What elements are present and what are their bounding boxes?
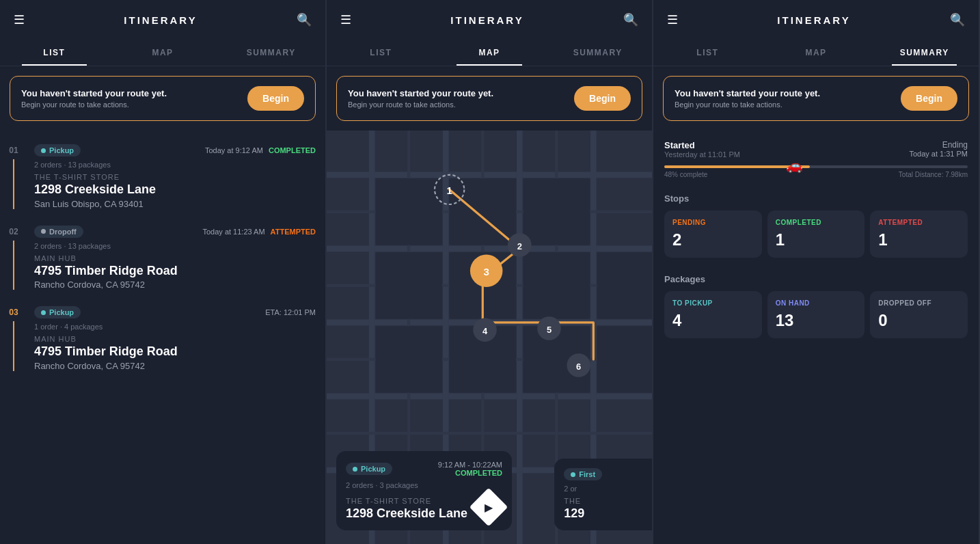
topickup-label: TO PICKUP bbox=[672, 299, 754, 307]
svg-rect-27 bbox=[597, 326, 652, 392]
stop-address: 4795 Timber Ridge Road bbox=[34, 264, 316, 279]
ending-block: Ending Today at 1:31 PM bbox=[909, 140, 968, 159]
map-card-status: COMPLETED bbox=[455, 469, 502, 477]
menu-icon[interactable]: ☰ bbox=[340, 12, 351, 27]
stat-card-pending: PENDING 2 bbox=[664, 210, 762, 258]
stop-meta: Pickup ETA: 12:01 PM bbox=[34, 306, 316, 318]
stop-city: Rancho Cordova, CA 95742 bbox=[34, 361, 316, 371]
banner-title: You haven't started your route yet. bbox=[348, 88, 493, 98]
stop-number: 01 bbox=[9, 144, 18, 155]
svg-rect-18 bbox=[450, 178, 516, 245]
map-tabs: LIST MAP SUMMARY bbox=[327, 40, 652, 66]
menu-icon[interactable]: ☰ bbox=[14, 12, 25, 27]
map-title: ITINERARY bbox=[450, 14, 523, 26]
stop-type-dot bbox=[41, 148, 46, 153]
banner-text: You haven't started your route yet. Begi… bbox=[675, 88, 820, 109]
pending-value: 2 bbox=[672, 230, 754, 249]
stop-item[interactable]: 03 Pickup ETA: 12:01 PM 1 order · 4 p bbox=[0, 298, 325, 379]
banner-subtitle: Begin your route to take actions. bbox=[21, 100, 167, 109]
stop-line bbox=[13, 241, 14, 290]
navigate-button[interactable]: ▶ bbox=[469, 488, 508, 527]
map-card-name: THE T-SHIRT STORE bbox=[346, 497, 467, 505]
progress-bar-container: 🚗 bbox=[664, 165, 968, 168]
tab-map[interactable]: MAP bbox=[435, 40, 544, 66]
route-header-row: Started Yesterday at 11:01 PM Ending Tod… bbox=[664, 140, 968, 159]
partial-header: First bbox=[564, 468, 642, 480]
progress-meta: 48% complete Total Distance: 7.98km bbox=[664, 171, 968, 178]
map-card-packages: 2 orders · 3 packages bbox=[346, 481, 502, 489]
map-card-bottom: THE T-SHIRT STORE 1298 Creekside Lane ▶ bbox=[346, 493, 502, 521]
completed-value: 1 bbox=[776, 230, 857, 249]
partial-badge: First bbox=[564, 468, 602, 480]
stat-card-onhand: ON HAND 13 bbox=[767, 291, 865, 338]
stop-content: Dropoff Today at 11:23 AM ATTEMPTED 2 or… bbox=[34, 226, 316, 290]
attempted-label: ATTEMPTED bbox=[878, 219, 959, 226]
svg-text:5: 5 bbox=[547, 325, 552, 335]
tab-summary[interactable]: SUMMARY bbox=[870, 40, 979, 66]
stat-card-attempted: ATTEMPTED 1 bbox=[870, 210, 968, 258]
tab-list[interactable]: LIST bbox=[0, 40, 109, 66]
map-banner: You haven't started your route yet. Begi… bbox=[336, 76, 642, 121]
list-header: ☰ ITINERARY 🔍 bbox=[0, 0, 325, 40]
svg-text:4: 4 bbox=[482, 326, 488, 336]
partial-packages: 2 or bbox=[564, 485, 642, 493]
droppedoff-value: 0 bbox=[878, 311, 959, 330]
stop-address: 1298 Creekside Lane bbox=[34, 182, 316, 198]
ending-time: Today at 1:31 PM bbox=[909, 150, 968, 158]
search-icon[interactable]: 🔍 bbox=[950, 12, 965, 27]
started-block: Started Yesterday at 11:01 PM bbox=[664, 140, 740, 159]
stop-type-dot bbox=[41, 310, 46, 315]
map-card-badge: Pickup bbox=[346, 463, 392, 475]
stop-type-badge: Dropoff bbox=[34, 226, 83, 238]
stop-packages: 2 orders · 13 packages bbox=[34, 161, 316, 169]
ending-label: Ending bbox=[909, 140, 968, 150]
stop-time: Today at 9:12 AM bbox=[205, 146, 263, 154]
stop-item[interactable]: 02 Dropoff Today at 11:23 AM ATTEMPTED 2… bbox=[0, 217, 325, 299]
navigate-icon: ▶ bbox=[485, 501, 493, 514]
stop-line bbox=[13, 321, 14, 371]
pending-label: PENDING bbox=[672, 219, 754, 226]
begin-button[interactable]: Begin bbox=[901, 86, 957, 111]
attempted-value: 1 bbox=[878, 230, 959, 249]
stop-meta: Pickup Today at 9:12 AM COMPLETED bbox=[34, 144, 316, 157]
tab-summary[interactable]: SUMMARY bbox=[217, 40, 325, 66]
menu-icon[interactable]: ☰ bbox=[667, 12, 678, 27]
stop-status: ATTEMPTED bbox=[271, 228, 316, 236]
stop-type-dot bbox=[571, 472, 575, 477]
search-icon[interactable]: 🔍 bbox=[297, 12, 312, 27]
stop-item[interactable]: 01 Pickup Today at 9:12 AM COMPLETED 2 o… bbox=[0, 136, 325, 217]
map-stop-card-partial[interactable]: First 2 or THE 129 bbox=[554, 459, 652, 530]
tab-map[interactable]: MAP bbox=[109, 40, 217, 66]
svg-rect-22 bbox=[523, 252, 590, 318]
list-tabs: LIST MAP SUMMARY bbox=[0, 40, 325, 66]
banner-title: You haven't started your route yet. bbox=[21, 88, 167, 98]
begin-button[interactable]: Begin bbox=[247, 86, 304, 111]
banner-text: You haven't started your route yet. Begi… bbox=[21, 88, 167, 109]
map-view[interactable]: 1 2 3 4 5 6 Pickup bbox=[327, 131, 652, 544]
stat-card-topickup: TO PICKUP 4 bbox=[664, 291, 762, 338]
tab-summary[interactable]: SUMMARY bbox=[543, 40, 652, 66]
map-card-address-block: THE T-SHIRT STORE 1298 Creekside Lane bbox=[346, 497, 467, 521]
map-stop-card[interactable]: Pickup 9:12 AM - 10:22AM COMPLETED 2 ord… bbox=[336, 451, 512, 530]
tab-list[interactable]: LIST bbox=[327, 40, 435, 66]
stop-name: MAIN HUB bbox=[34, 254, 316, 262]
stop-name: THE T-SHIRT STORE bbox=[34, 173, 316, 181]
map-card-address: 1298 Creekside Lane bbox=[346, 506, 467, 521]
route-section: Started Yesterday at 11:01 PM Ending Tod… bbox=[653, 131, 979, 184]
svg-rect-23 bbox=[597, 252, 652, 318]
stop-status: COMPLETED bbox=[269, 146, 316, 154]
tab-map[interactable]: MAP bbox=[762, 40, 871, 66]
tab-list[interactable]: LIST bbox=[653, 40, 762, 66]
banner-title: You haven't started your route yet. bbox=[675, 88, 820, 98]
stop-time: ETA: 12:01 PM bbox=[265, 308, 316, 316]
stop-number: 03 bbox=[9, 306, 18, 317]
partial-address: 129 bbox=[564, 506, 642, 521]
svg-rect-17 bbox=[376, 178, 442, 245]
onhand-value: 13 bbox=[776, 311, 857, 330]
search-icon[interactable]: 🔍 bbox=[623, 12, 638, 27]
stop-number: 02 bbox=[9, 226, 18, 236]
droppedoff-label: DROPPED OFF bbox=[878, 299, 959, 307]
map-panel: ☰ ITINERARY 🔍 LIST MAP SUMMARY You haven… bbox=[327, 0, 653, 544]
svg-rect-24 bbox=[376, 326, 442, 392]
begin-button[interactable]: Begin bbox=[574, 86, 631, 111]
